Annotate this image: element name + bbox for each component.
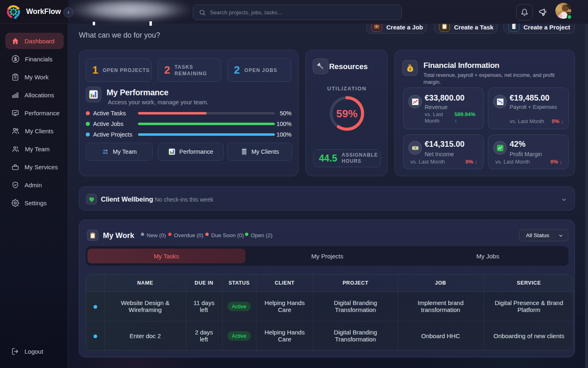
svg-text:$: $ [414, 147, 416, 149]
svg-text:$: $ [409, 67, 411, 71]
